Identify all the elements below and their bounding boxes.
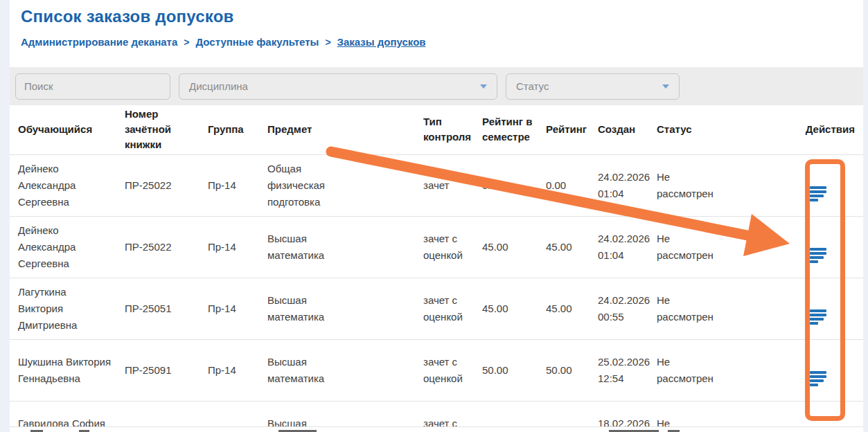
page-title: Список заказов допусков <box>21 6 852 27</box>
column-header-status: Статус <box>651 105 772 154</box>
cell-control-type: зачет с оценкой <box>418 216 477 278</box>
cell-created: 24.02.2026 00:55 <box>592 278 651 339</box>
status-select-placeholder: Статус <box>516 80 549 92</box>
cell-control-type: зачет <box>418 154 477 216</box>
cell-control-type: зачет с оценкой <box>418 339 477 401</box>
cell-semester-rating: 50.00 <box>477 339 540 401</box>
clipped-next-row <box>10 426 863 432</box>
breadcrumb-separator: > <box>184 37 189 48</box>
cell-record-book: ПР-25022 <box>119 154 202 216</box>
document-lines-icon <box>810 186 826 201</box>
table-body: Дейнеко Александра Сергеевна ПР-25022 Пр… <box>10 154 863 432</box>
cell-created: 24.02.2026 01:04 <box>592 216 651 278</box>
cell-student: Шукшина Виктория Геннадьевна <box>10 339 119 401</box>
document-lines-icon <box>810 248 826 263</box>
table-row: Шукшина Виктория Геннадьевна ПР-25091 Пр… <box>10 339 863 401</box>
cell-record-book: ПР-25051 <box>119 278 202 339</box>
breadcrumb: Администрирование деканата > Доступные ф… <box>21 36 852 48</box>
status-select[interactable]: Статус <box>506 73 680 100</box>
search-input[interactable] <box>15 73 170 100</box>
cell-subject: Высшая математика <box>262 278 418 339</box>
breadcrumb-link-available-faculties[interactable]: Доступные факультеты <box>196 36 319 48</box>
document-lines-icon <box>810 309 826 325</box>
row-actions-button[interactable] <box>807 235 829 276</box>
cell-group: Пр-14 <box>202 154 262 216</box>
cell-rating: 0.00 <box>540 154 592 216</box>
cell-subject: Высшая математика <box>262 216 418 278</box>
cell-record-book: ПР-25022 <box>119 216 202 278</box>
cell-subject: Общая физическая подготовка <box>262 154 418 216</box>
cell-rating: 45.00 <box>540 216 592 278</box>
column-header-group: Группа <box>202 105 262 154</box>
cell-status: Не рассмотрен <box>651 339 772 401</box>
cell-control-type: зачет с оценкой <box>418 278 477 339</box>
row-actions-button[interactable] <box>807 173 829 215</box>
column-header-student: Обучающийся <box>10 105 119 154</box>
cell-status: Не рассмотрен <box>651 216 772 278</box>
column-header-semester-rating: Рейтинг в семестре <box>477 105 540 154</box>
breadcrumb-link-dean-administration[interactable]: Администрирование деканата <box>21 36 177 48</box>
cell-record-book: ПР-25091 <box>119 339 202 401</box>
cell-group: Пр-14 <box>202 339 262 401</box>
row-actions-button[interactable] <box>807 358 829 399</box>
row-actions-button[interactable] <box>807 296 829 338</box>
table-row: Лагуткина Виктория Дмитриевна ПР-25051 П… <box>10 278 863 339</box>
filter-bar: Дисциплина Статус <box>10 67 863 105</box>
orders-table: Обучающийся Номер зачётной книжки Группа… <box>10 105 863 432</box>
column-header-created: Создан <box>592 105 651 154</box>
cell-status: Не рассмотрен <box>651 278 772 339</box>
cell-created: 24.02.2026 01:04 <box>592 154 651 216</box>
cell-status: Не рассмотрен <box>651 154 772 216</box>
cell-rating: 50.00 <box>540 339 592 401</box>
column-header-actions: Действия <box>772 105 863 154</box>
table-row: Дейнеко Александра Сергеевна ПР-25022 Пр… <box>10 154 863 216</box>
caret-down-icon <box>662 84 669 89</box>
cell-semester-rating: 45.00 <box>477 278 540 339</box>
discipline-select[interactable]: Дисциплина <box>179 73 497 100</box>
content-area: Список заказов допусков Администрировани… <box>10 0 863 432</box>
document-lines-icon <box>810 371 826 386</box>
table-header: Обучающийся Номер зачётной книжки Группа… <box>10 105 863 154</box>
cell-group: Пр-14 <box>202 278 262 339</box>
column-header-rating: Рейтинг <box>540 105 592 154</box>
cell-rating: 45.00 <box>540 278 592 339</box>
breadcrumb-link-admission-orders[interactable]: Заказы допусков <box>337 36 426 48</box>
cell-student: Дейнеко Александра Сергеевна <box>10 216 119 278</box>
page-header: Список заказов допусков Администрировани… <box>10 0 863 67</box>
caret-down-icon <box>480 84 487 89</box>
column-header-record-book: Номер зачётной книжки <box>119 105 202 154</box>
cell-semester-rating: 45.00 <box>477 216 540 278</box>
cell-semester-rating: 0.00 <box>477 154 540 216</box>
column-header-control-type: Тип контроля <box>418 105 477 154</box>
cell-subject: Высшая математика <box>262 339 418 401</box>
cell-student: Лагуткина Виктория Дмитриевна <box>10 278 119 339</box>
discipline-select-placeholder: Дисциплина <box>189 80 248 92</box>
column-header-subject: Предмет <box>262 105 418 154</box>
breadcrumb-separator: > <box>325 37 330 48</box>
table-row: Дейнеко Александра Сергеевна ПР-25022 Пр… <box>10 216 863 278</box>
cell-group: Пр-14 <box>202 216 262 278</box>
cell-student: Дейнеко Александра Сергеевна <box>10 154 119 216</box>
cell-created: 25.02.2026 12:54 <box>592 339 651 401</box>
